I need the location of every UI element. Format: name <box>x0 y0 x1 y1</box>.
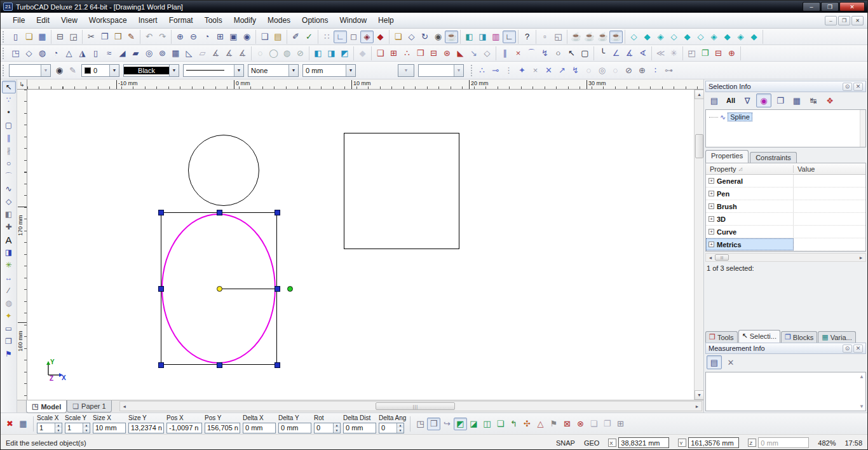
spray-tool-icon[interactable]: ✦ <box>2 310 16 322</box>
mesh-3d-icon[interactable]: ▦ <box>169 47 182 60</box>
bucket-tool-icon[interactable]: ◰ <box>685 47 698 60</box>
measurement-content[interactable]: ▲ ▼ <box>705 372 866 411</box>
selection-tree[interactable]: ∿ Spline <box>705 109 866 147</box>
line-bolt-icon[interactable]: ↯ <box>538 47 552 60</box>
menu-edit[interactable]: Edit <box>31 14 55 27</box>
spinner-icon[interactable]: ▲▼ <box>55 423 62 433</box>
ruler-origin-icon[interactable]: ↳ <box>17 79 27 90</box>
selection-handle[interactable] <box>275 210 280 215</box>
redo-icon[interactable]: ↷ <box>156 31 169 43</box>
toolbar-grip[interactable] <box>471 65 473 76</box>
render-quality-icon[interactable]: ☕ <box>596 31 609 43</box>
snap-disabled-icon[interactable]: ⊘ <box>622 64 635 77</box>
copy-linear-icon[interactable]: ❑ <box>374 47 387 60</box>
circle-tool-left-icon[interactable]: ○ <box>2 157 16 170</box>
node-edit-tool-icon[interactable]: ∵ <box>2 93 16 106</box>
insp-plane-wp-icon[interactable]: ◪ <box>467 418 480 430</box>
select-frame-tool-icon[interactable]: ▭ <box>2 322 16 335</box>
scroll-left-icon[interactable]: ◄ <box>706 256 715 260</box>
property-column-header[interactable]: Property ◿ <box>706 165 794 173</box>
pin-icon[interactable]: ⊙ <box>843 344 852 353</box>
snap-segment-icon[interactable]: ⊸ <box>489 64 502 77</box>
insp-back-icon[interactable]: ↰ <box>507 418 520 430</box>
line-pattern-combo[interactable]: None▼ <box>248 64 299 77</box>
print-preview-icon[interactable]: ◲ <box>67 31 80 43</box>
line-cross-icon[interactable]: × <box>512 47 525 60</box>
zoom-extents-icon[interactable]: ▣ <box>227 31 240 43</box>
chevron-down-icon[interactable]: ▼ <box>346 65 355 76</box>
mdi-close-button[interactable]: ✕ <box>851 16 864 25</box>
snap-intersect-icon[interactable]: ✦ <box>515 64 529 77</box>
can-3d-icon[interactable]: ◎ <box>142 47 156 60</box>
copy-tool-left-icon[interactable]: ❐ <box>2 335 16 348</box>
wide-combo[interactable]: ▼ <box>418 64 464 77</box>
facet-render-icon[interactable]: ◈ <box>360 31 374 43</box>
panel-close-icon[interactable]: ✕ <box>853 83 863 91</box>
field-pos-y-input[interactable]: 156,705 n <box>205 423 240 433</box>
spin-cube-icon[interactable]: ◇ <box>405 31 418 43</box>
tree-scrollbar[interactable] <box>860 110 865 147</box>
measure-clear-icon[interactable]: ✕ <box>723 355 738 369</box>
view-top-icon[interactable]: ◇ <box>694 31 707 43</box>
field-delta-ang-input[interactable]: 0▲▼ <box>379 423 404 433</box>
new-file-icon[interactable]: ▯ <box>9 31 22 43</box>
property-row-metrics[interactable]: +Metrics <box>706 238 865 251</box>
insp-curve-icon[interactable]: ↪ <box>440 418 454 430</box>
context-help-icon[interactable]: ? <box>520 31 534 43</box>
spell-check-icon[interactable]: ✓ <box>302 31 316 43</box>
snap-cross-2-icon[interactable]: ✕ <box>542 64 555 77</box>
field-pos-x-input[interactable]: -1,0097 n <box>166 423 202 433</box>
zoom-previous-icon[interactable]: ◔ <box>200 31 214 43</box>
select-mode-2-icon[interactable]: ◱ <box>552 31 565 43</box>
center-handle[interactable] <box>217 286 222 292</box>
camera-view-icon[interactable]: ◉ <box>431 31 445 43</box>
insp-grid2-icon[interactable]: ⊞ <box>614 418 627 430</box>
scroll-left-icon[interactable]: ◄ <box>120 402 129 410</box>
move-tool-icon[interactable]: ✚ <box>2 221 16 233</box>
rect-tool-icon[interactable]: ▢ <box>578 47 592 60</box>
pen-tool-icon[interactable]: ✐ <box>289 31 302 43</box>
slope-3d-icon[interactable]: ◺ <box>182 47 196 60</box>
flag-tool-icon[interactable]: ⚑ <box>2 348 16 360</box>
property-value[interactable] <box>794 188 865 200</box>
menu-options[interactable]: Options <box>296 14 334 27</box>
ortho-mode-icon[interactable]: ∟ <box>334 31 347 43</box>
snap-cross-1-icon[interactable]: × <box>529 64 542 77</box>
small-combo[interactable]: ▼ <box>398 64 414 77</box>
toolbar-grip[interactable] <box>3 48 5 59</box>
snap-burst-icon[interactable]: ✳ <box>667 47 681 60</box>
cone-3d-icon[interactable]: △ <box>62 47 76 60</box>
property-value[interactable] <box>794 238 865 250</box>
chamfer-2-icon[interactable]: ∡ <box>623 47 636 60</box>
print-icon[interactable]: ⊟ <box>53 31 67 43</box>
pick-tool-icon[interactable]: ↖ <box>565 47 578 60</box>
copy-edit-icon[interactable]: ◇ <box>480 47 494 60</box>
line-style-combo[interactable]: ▼ <box>183 64 244 77</box>
box-3d-icon[interactable]: ◳ <box>9 47 22 60</box>
property-row-general[interactable]: +General <box>706 175 865 188</box>
insp-person-icon[interactable]: ⚑ <box>547 418 560 430</box>
hatch-tool-icon[interactable]: ∕ <box>2 284 16 297</box>
mdi-restore-button[interactable]: ❐ <box>838 16 850 25</box>
insp-key-icon[interactable]: ◳ <box>414 418 427 430</box>
value-column-header[interactable]: Value <box>794 165 865 173</box>
solid-tool-icon[interactable]: ◧ <box>2 208 16 221</box>
selection-handle[interactable] <box>217 210 222 215</box>
copy-scale-icon[interactable]: ↘ <box>467 47 480 60</box>
menu-window[interactable]: Window <box>334 14 372 27</box>
view-iso-icon[interactable]: ◇ <box>627 31 641 43</box>
line-arc-icon[interactable]: ⌒ <box>525 47 538 60</box>
inspector-close-icon[interactable]: ✖ <box>3 418 17 430</box>
property-value[interactable] <box>794 200 865 212</box>
sweep-30-1-icon[interactable]: ∡ <box>209 47 222 60</box>
field-delta-y-input[interactable]: 0 mm <box>278 423 311 433</box>
view-left-icon[interactable]: ◇ <box>667 31 681 43</box>
snap-skip-icon[interactable]: ≪ <box>654 47 667 60</box>
cylinder-3d-icon[interactable]: ▯ <box>89 47 102 60</box>
snap-vertex-icon[interactable]: ∴ <box>475 64 489 77</box>
cube-3d-icon[interactable]: ◇ <box>22 47 36 60</box>
chamfer-3-icon[interactable]: ∢ <box>636 47 649 60</box>
select-tool-icon[interactable]: ↖ <box>2 81 16 93</box>
mouse-snap-icon[interactable]: ◻ <box>347 31 360 43</box>
field-delta-dist-input[interactable]: 0 mm <box>343 423 376 433</box>
